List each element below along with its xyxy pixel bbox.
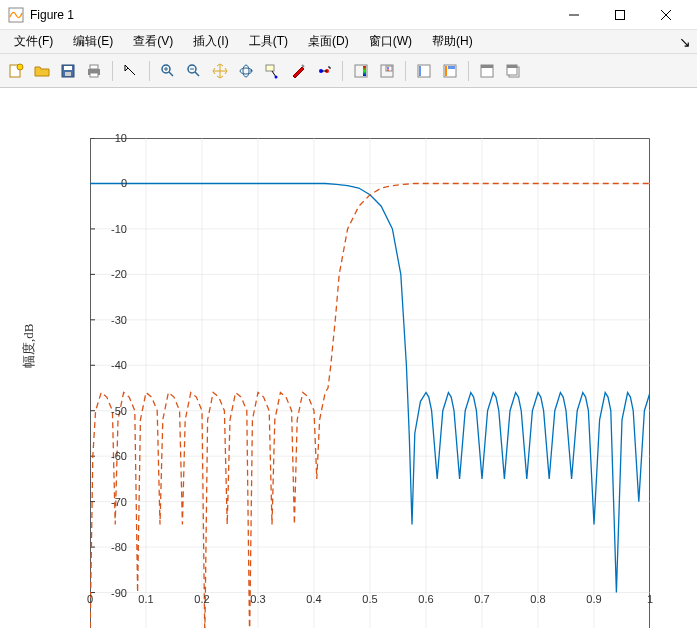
menu-window[interactable]: 窗口(W) [359,30,422,53]
menu-file[interactable]: 文件(F) [4,30,63,53]
y-tick-label: 0 [87,177,127,189]
toolbar-separator [342,61,343,81]
x-tick-label: 0.5 [362,593,377,605]
menu-overflow-icon[interactable]: ↘ [679,34,691,50]
svg-rect-23 [266,65,274,71]
zoom-in-icon[interactable] [156,59,180,83]
svg-rect-44 [507,65,517,68]
x-tick-label: 0.4 [306,593,321,605]
menubar: 文件(F) 编辑(E) 查看(V) 插入(I) 工具(T) 桌面(D) 窗口(W… [0,30,697,54]
y-tick-label: -60 [87,450,127,462]
hide-tools-icon[interactable] [412,59,436,83]
new-figure-icon[interactable] [4,59,28,83]
menu-help[interactable]: 帮助(H) [422,30,483,53]
y-tick-label: -90 [87,587,127,599]
rotate-3d-icon[interactable] [234,59,258,83]
maximize-button[interactable] [597,0,643,30]
x-tick-label: 0.9 [586,593,601,605]
svg-rect-2 [616,10,625,19]
zoom-out-icon[interactable] [182,59,206,83]
svg-line-13 [128,68,135,75]
toolbar-separator [468,61,469,81]
menu-view[interactable]: 查看(V) [123,30,183,53]
svg-rect-39 [448,66,455,69]
x-tick-label: 0.6 [418,593,433,605]
axes[interactable] [90,138,650,628]
x-tick-label: 0.1 [138,593,153,605]
svg-line-15 [169,72,173,76]
close-button[interactable] [643,0,689,30]
svg-point-25 [275,75,278,78]
toolbar-separator [405,61,406,81]
menu-insert[interactable]: 插入(I) [183,30,238,53]
svg-rect-38 [445,66,447,76]
save-icon[interactable] [56,59,80,83]
svg-rect-36 [419,66,421,76]
x-tick-label: 0.3 [250,593,265,605]
plot-tools-icon[interactable] [438,59,462,83]
svg-rect-8 [64,66,72,70]
toolbar-separator [112,61,113,81]
app-icon [8,7,24,23]
svg-rect-9 [65,72,71,76]
menu-tools[interactable]: 工具(T) [239,30,298,53]
legend-icon[interactable] [375,59,399,83]
plot-canvas [90,138,650,628]
y-tick-label: 10 [87,132,127,144]
y-axis-label: 幅度,dB [20,324,38,368]
svg-point-22 [243,65,249,77]
svg-rect-12 [90,73,98,77]
data-cursor-icon[interactable] [260,59,284,83]
x-tick-label: 0.7 [474,593,489,605]
titlebar: Figure 1 [0,0,697,30]
y-tick-label: -50 [87,405,127,417]
colorbar-icon[interactable] [349,59,373,83]
pan-icon[interactable] [208,59,232,83]
svg-rect-11 [90,65,98,69]
y-tick-label: -30 [87,314,127,326]
y-tick-label: -20 [87,268,127,280]
x-tick-label: 0.2 [194,593,209,605]
minimize-button[interactable] [551,0,597,30]
toolbar [0,54,697,88]
y-tick-label: -70 [87,496,127,508]
menu-edit[interactable]: 编辑(E) [63,30,123,53]
svg-point-6 [17,64,23,70]
figure-area: 幅度,dB ω/π 00.10.20.30.40.50.60.70.80.91-… [0,88,697,628]
toolbar-separator [149,61,150,81]
svg-rect-30 [363,66,366,76]
svg-rect-41 [481,65,493,68]
edit-plot-icon[interactable] [119,59,143,83]
y-tick-label: -80 [87,541,127,553]
link-data-icon[interactable] [312,59,336,83]
y-tick-label: -10 [87,223,127,235]
undock-icon[interactable] [501,59,525,83]
window-title: Figure 1 [30,8,551,22]
svg-line-19 [195,72,199,76]
print-icon[interactable] [82,59,106,83]
x-tick-label: 0.8 [530,593,545,605]
open-icon[interactable] [30,59,54,83]
brush-icon[interactable] [286,59,310,83]
y-tick-label: -40 [87,359,127,371]
dock-icon[interactable] [475,59,499,83]
menu-desktop[interactable]: 桌面(D) [298,30,359,53]
x-tick-label: 1 [647,593,653,605]
